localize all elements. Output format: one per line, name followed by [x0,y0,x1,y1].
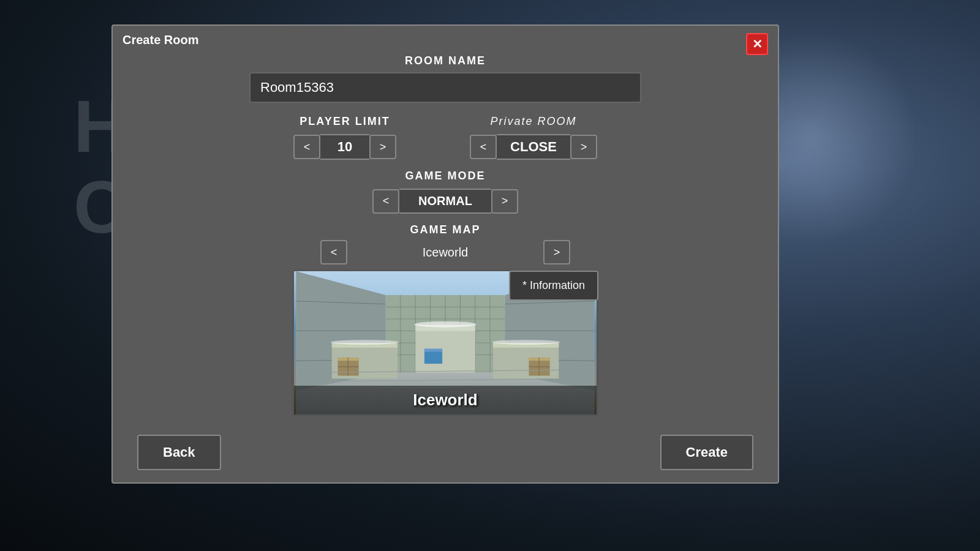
information-button[interactable]: * Information [509,271,598,301]
bottom-bar: Back Create [113,435,778,470]
private-room-value: CLOSE [497,134,570,160]
private-room-label: Private ROOM [490,115,576,128]
player-limit-label: PLAYER LIMIT [300,115,390,128]
player-limit-prev-button[interactable]: < [293,135,320,159]
game-map-controls: < Iceworld > [149,240,741,264]
map-preview-overlay: Iceworld [294,386,597,414]
create-room-dialog: Create Room ✕ ROOM NAME PLAYER LIMIT < 1… [111,24,779,484]
svg-point-44 [492,340,560,345]
svg-point-42 [414,321,476,328]
create-button[interactable]: Create [660,435,753,470]
private-room-next-button[interactable]: > [570,135,597,159]
game-map-label: GAME MAP [410,223,481,236]
game-map-prev-button[interactable]: < [320,240,347,264]
player-limit-controls: < 10 > [293,134,396,160]
map-preview-label: Iceworld [413,391,477,409]
private-room-prev-button[interactable]: < [470,135,497,159]
svg-point-43 [331,340,399,345]
player-limit-value: 10 [320,134,369,160]
game-mode-group: GAME MODE < NORMAL > [149,170,741,214]
player-limit-next-button[interactable]: > [369,135,396,159]
close-button[interactable]: ✕ [746,33,768,55]
dialog-content: ROOM NAME PLAYER LIMIT < 10 > Private RO… [113,54,778,416]
game-mode-label: GAME MODE [405,170,485,182]
private-room-controls: < CLOSE > [470,134,597,160]
room-name-input[interactable] [249,72,641,103]
dialog-title: Create Room [123,33,198,47]
private-room-group: Private ROOM < CLOSE > [470,115,597,160]
dialog-title-bar: Create Room ✕ [113,26,778,54]
player-limit-group: PLAYER LIMIT < 10 > [293,115,396,160]
map-preview-area: Iceworld * Information [292,264,598,416]
svg-rect-26 [424,349,442,352]
game-map-group: GAME MAP < Iceworld > [149,223,741,416]
back-button[interactable]: Back [137,435,221,470]
game-map-next-button[interactable]: > [543,240,570,264]
game-mode-prev-button[interactable]: < [372,189,399,214]
game-mode-next-button[interactable]: > [491,189,518,214]
room-name-label: ROOM NAME [149,54,741,67]
game-map-value: Iceworld [384,246,507,260]
game-mode-value: NORMAL [399,189,491,214]
game-mode-controls: < NORMAL > [372,189,518,214]
